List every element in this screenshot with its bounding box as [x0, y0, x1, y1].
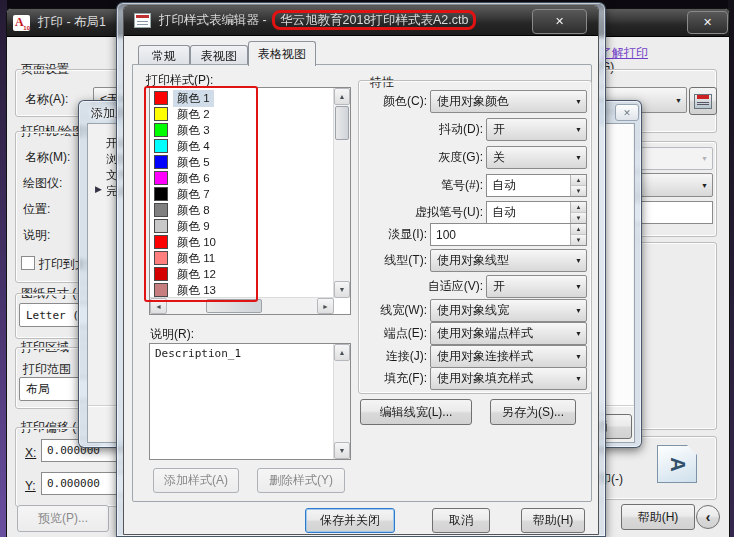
- chevron-down-icon: ▼: [571, 346, 586, 367]
- add-style-button[interactable]: 添加样式(A): [153, 468, 239, 493]
- orientation-a-icon: A: [657, 445, 697, 483]
- list-item[interactable]: 颜色 9: [150, 218, 332, 234]
- line-end-style-dropdown[interactable]: 使用对象端点样式 ▼: [430, 322, 587, 345]
- editor-titlebar[interactable]: 打印样式表编辑器 - 华云旭教育2018打印样式表A2.ctb: [124, 6, 598, 36]
- description-label: 说明:: [23, 227, 50, 244]
- editor-close-button[interactable]: ✕: [532, 9, 587, 34]
- autocad-app-icon: A10: [13, 15, 30, 31]
- print-help-button[interactable]: 帮助(H): [621, 504, 695, 530]
- color-swatch: [154, 203, 168, 217]
- list-item[interactable]: 颜色 1: [150, 90, 332, 106]
- property-label: 虚拟笔号(U):: [415, 204, 483, 221]
- plot-range-label: 打印范围: [23, 361, 71, 378]
- color-dropdown[interactable]: 使用对象颜色 ▼: [430, 90, 587, 113]
- list-item[interactable]: 颜色 7: [150, 186, 332, 202]
- scroll-down-icon[interactable]: ▼: [334, 281, 350, 298]
- list-item[interactable]: 颜色 11: [150, 250, 332, 266]
- list-item[interactable]: 颜色 12: [150, 266, 332, 282]
- linetype-dropdown[interactable]: 使用对象线型 ▼: [430, 249, 587, 272]
- wizard-close-button[interactable]: ✕: [615, 104, 639, 121]
- edit-lineweight-button[interactable]: 编辑线宽(L)...: [360, 399, 472, 425]
- plot-style-editor-frame: 打印样式表编辑器 - 华云旭教育2018打印样式表A2.ctb ✕ 常规 表视图…: [116, 2, 606, 537]
- spinner-buttons[interactable]: ▲▼: [570, 202, 586, 223]
- print-dialog-title: 打印 - 布局1: [38, 14, 106, 31]
- list-item[interactable]: 颜色 6: [150, 170, 332, 186]
- title-highlight-annotation: 华云旭教育2018打印样式表A2.ctb: [272, 10, 476, 30]
- chevron-down-icon: ▼: [571, 147, 586, 168]
- scroll-up-icon[interactable]: ▲: [334, 344, 350, 361]
- scroll-right-icon[interactable]: ►: [317, 298, 334, 314]
- save-as-button[interactable]: 另存为(S)...: [490, 399, 576, 425]
- list-vertical-scrollbar[interactable]: ▲ ▼: [333, 88, 350, 298]
- spin-up-icon: ▲: [571, 224, 586, 235]
- editor-cancel-button[interactable]: 取消: [432, 508, 490, 533]
- description-label: 说明(R):: [150, 326, 194, 343]
- screening-stepper[interactable]: 100 ▲▼: [430, 223, 587, 246]
- color-swatch: [154, 187, 168, 201]
- adaptive-dropdown[interactable]: 开 ▼: [486, 275, 587, 298]
- list-item[interactable]: 颜色 8: [150, 202, 332, 218]
- list-horizontal-scrollbar[interactable]: ◄ ►: [150, 297, 334, 314]
- list-item[interactable]: 颜色 5: [150, 154, 332, 170]
- edit-plot-style-table-button[interactable]: [689, 87, 717, 115]
- tab-general[interactable]: 常规: [138, 45, 190, 66]
- tab-table-view[interactable]: 表视图: [190, 45, 248, 66]
- property-label: 线宽(W):: [380, 302, 427, 319]
- spin-down-icon: ▼: [571, 186, 586, 196]
- scrollbar-thumb[interactable]: [206, 299, 262, 313]
- property-label: 自适应(V):: [428, 278, 483, 295]
- scroll-down-icon[interactable]: ▼: [334, 442, 350, 459]
- property-label: 淡显(I):: [388, 226, 427, 243]
- pen-number-stepper[interactable]: 自动 ▲▼: [486, 174, 587, 197]
- chevron-down-icon: ▼: [571, 250, 586, 271]
- list-item[interactable]: 颜色 3: [150, 122, 332, 138]
- delete-style-button[interactable]: 删除样式(Y): [257, 468, 345, 493]
- grayscale-dropdown[interactable]: 关 ▼: [486, 146, 587, 169]
- spin-up-icon: ▲: [571, 202, 586, 213]
- scrollbar-thumb[interactable]: [335, 106, 349, 140]
- line-join-style-dropdown[interactable]: 使用对象连接样式 ▼: [430, 345, 587, 368]
- property-label: 填充(F):: [384, 370, 427, 387]
- plot-style-editor-icon: [694, 94, 712, 109]
- description-vertical-scrollbar[interactable]: ▲ ▼: [333, 344, 350, 459]
- tab-form-view[interactable]: 表格视图: [248, 41, 316, 66]
- list-item[interactable]: 颜色 4: [150, 138, 332, 154]
- save-and-close-button[interactable]: 保存并关闭: [305, 508, 395, 533]
- color-swatch: [154, 91, 168, 105]
- print-dialog-close-button[interactable]: ✕: [687, 11, 728, 34]
- spinner-buttons[interactable]: ▲▼: [570, 224, 586, 245]
- plot-styles-listbox[interactable]: 颜色 1 颜色 2 颜色 3 颜色 4 颜色 5 颜色 6 颜色 7 颜色 8 …: [149, 87, 351, 315]
- virtual-pen-stepper[interactable]: 自动 ▲▼: [486, 201, 587, 224]
- offset-y-label: Y:: [25, 479, 36, 493]
- close-icon: ✕: [555, 15, 564, 28]
- print-to-file-checkbox[interactable]: [21, 256, 35, 270]
- list-item[interactable]: 颜色 10: [150, 234, 332, 250]
- chevron-down-icon: ▼: [571, 323, 586, 344]
- property-label: 连接(J):: [386, 348, 427, 365]
- property-label: 笔号(#):: [441, 177, 483, 194]
- color-swatch: [154, 219, 168, 233]
- property-label: 端点(E):: [384, 325, 427, 342]
- scroll-up-icon[interactable]: ▲: [334, 88, 350, 105]
- editor-help-button[interactable]: 帮助(H): [521, 508, 585, 533]
- preview-button[interactable]: 预览(P)...: [17, 505, 109, 532]
- dither-dropdown[interactable]: 开 ▼: [486, 118, 587, 141]
- close-icon: ✕: [703, 16, 712, 29]
- printer-name-label: 名称(M):: [25, 149, 70, 166]
- fill-style-dropdown[interactable]: 使用对象填充样式 ▼: [430, 367, 587, 390]
- chevron-down-icon: ▼: [697, 174, 712, 196]
- lineweight-dropdown[interactable]: 使用对象线宽 ▼: [430, 299, 587, 322]
- collapse-options-button[interactable]: ‹: [696, 505, 720, 529]
- scroll-left-icon[interactable]: ◄: [150, 298, 167, 314]
- color-swatch: [154, 139, 168, 153]
- spin-down-icon: ▼: [571, 213, 586, 223]
- chevron-down-icon: ▼: [571, 300, 586, 321]
- chevron-down-icon: ▼: [571, 91, 586, 112]
- color-swatch: [154, 171, 168, 185]
- list-item[interactable]: 颜色 13: [150, 282, 332, 298]
- description-textarea[interactable]: Description_1 ▲ ▼: [149, 343, 351, 460]
- chevron-down-icon: ▼: [571, 368, 586, 389]
- list-item[interactable]: 颜色 2: [150, 106, 332, 122]
- spinner-buttons[interactable]: ▲▼: [570, 175, 586, 196]
- property-label: 线型(T):: [384, 252, 427, 269]
